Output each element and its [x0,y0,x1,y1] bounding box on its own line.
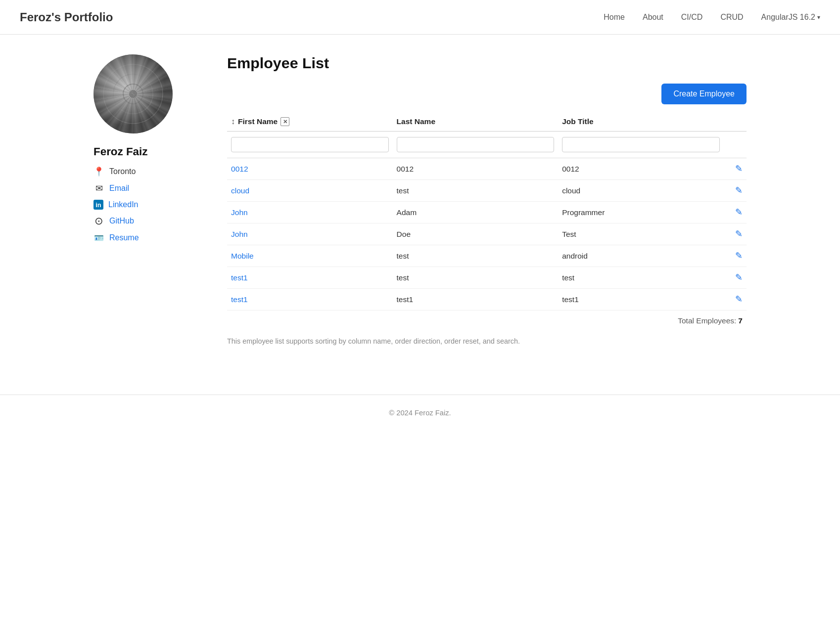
cell-first-name[interactable]: Mobile [227,245,393,267]
page-title: Employee List [227,54,747,72]
cell-job-title: Programmer [558,202,724,223]
table-row: 001200120012✎ [227,158,747,180]
cell-edit: ✎ [724,158,747,180]
chevron-down-icon: ▾ [817,14,820,21]
nav-home[interactable]: Home [604,13,625,21]
table-row: test1test1test1✎ [227,289,747,310]
edit-icon[interactable]: ✎ [735,272,743,282]
main-container: Feroz Faiz 📍 Toronto ✉ Email in LinkedIn… [74,35,766,365]
sidebar-resume: 🪪 Resume [93,232,207,243]
cell-edit: ✎ [724,245,747,267]
sidebar: Feroz Faiz 📍 Toronto ✉ Email in LinkedIn… [93,54,207,345]
sort-icon[interactable]: ↕ [231,117,235,126]
col-actions [724,112,747,132]
resume-icon: 🪪 [93,232,104,243]
edit-icon[interactable]: ✎ [735,207,743,217]
col-job-title-label: Job Title [562,117,594,126]
edit-icon[interactable]: ✎ [735,164,743,174]
cell-last-name: test1 [393,289,559,310]
page-footer: © 2024 Feroz Faiz. [0,395,840,431]
clear-filter-icon[interactable]: ✕ [280,117,289,126]
cell-edit: ✎ [724,267,747,289]
nav-angularjs-dropdown[interactable]: AngularJS 16.2 ▾ [761,13,820,22]
sidebar-name: Feroz Faiz [93,145,147,158]
sidebar-email: ✉ Email [93,183,207,194]
footer-text: © 2024 Feroz Faiz. [389,409,451,417]
avatar-image [93,54,173,133]
table-toolbar: Create Employee [227,84,747,104]
sidebar-linkedin: in LinkedIn [93,200,207,210]
col-last-name-label: Last Name [397,117,435,126]
cell-job-title: Test [558,223,724,245]
cell-last-name: test [393,245,559,267]
cell-first-name[interactable]: 0012 [227,158,393,180]
edit-icon[interactable]: ✎ [735,294,743,304]
total-label: Total Employees: [678,316,736,325]
cell-last-name: test [393,267,559,289]
table-header-row: ↕ First Name ✕ Last Name Job Title [227,112,747,132]
table-row: JohnAdamProgrammer✎ [227,202,747,223]
col-job-title: Job Title [558,112,724,132]
employee-tbody: 001200120012✎cloudtestcloud✎JohnAdamProg… [227,158,747,310]
nav-angularjs-label: AngularJS 16.2 [761,13,815,22]
filter-first-name-input[interactable] [231,137,389,152]
table-row: JohnDoeTest✎ [227,223,747,245]
total-count: 7 [738,316,743,325]
edit-icon[interactable]: ✎ [735,229,743,239]
resume-link[interactable]: Resume [109,233,139,242]
navbar: Feroz's Portfolio Home About CI/CD CRUD … [0,0,840,35]
col-first-name: ↕ First Name ✕ [227,112,393,132]
edit-icon[interactable]: ✎ [735,185,743,195]
cell-last-name: 0012 [393,158,559,180]
table-note: This employee list supports sorting by c… [227,337,747,345]
filter-row [227,132,747,158]
linkedin-icon: in [93,200,103,210]
cell-job-title: android [558,245,724,267]
create-employee-button[interactable]: Create Employee [661,84,747,104]
filter-last-name-cell [393,132,559,158]
cell-last-name: Doe [393,223,559,245]
sidebar-location: 📍 Toronto [93,166,207,177]
table-footer: Total Employees: 7 [227,310,747,327]
cell-first-name[interactable]: test1 [227,289,393,310]
nav-links: Home About CI/CD CRUD AngularJS 16.2 ▾ [604,13,820,22]
cell-edit: ✎ [724,180,747,202]
email-link[interactable]: Email [109,184,129,193]
cell-edit: ✎ [724,289,747,310]
cell-first-name[interactable]: John [227,202,393,223]
table-row: cloudtestcloud✎ [227,180,747,202]
filter-job-title-input[interactable] [562,137,720,152]
sidebar-github: ⊙ GitHub [93,216,207,226]
sidebar-info: 📍 Toronto ✉ Email in LinkedIn ⊙ GitHub 🪪… [93,166,207,243]
col-last-name: Last Name [393,112,559,132]
cell-last-name: Adam [393,202,559,223]
table-row: Mobiletestandroid✎ [227,245,747,267]
nav-crud[interactable]: CRUD [720,13,743,21]
email-icon: ✉ [93,183,104,194]
cell-first-name[interactable]: John [227,223,393,245]
nav-cicd[interactable]: CI/CD [681,13,703,21]
cell-job-title: test [558,267,724,289]
linkedin-link[interactable]: LinkedIn [108,200,139,209]
table-row: test1testtest✎ [227,267,747,289]
cell-first-name[interactable]: cloud [227,180,393,202]
cell-edit: ✎ [724,202,747,223]
nav-about[interactable]: About [643,13,663,21]
cell-edit: ✎ [724,223,747,245]
location-text: Toronto [109,167,136,176]
filter-last-name-input[interactable] [397,137,555,152]
filter-first-name-cell [227,132,393,158]
main-content: Employee List Create Employee ↕ First Na… [227,54,747,345]
cell-job-title: cloud [558,180,724,202]
filter-job-title-cell [558,132,724,158]
brand: Feroz's Portfolio [20,10,113,24]
location-icon: 📍 [93,166,104,177]
cell-last-name: test [393,180,559,202]
cell-first-name[interactable]: test1 [227,267,393,289]
cell-job-title: 0012 [558,158,724,180]
filter-actions-cell [724,132,747,158]
cell-job-title: test1 [558,289,724,310]
github-link[interactable]: GitHub [109,217,134,225]
avatar [93,54,173,133]
edit-icon[interactable]: ✎ [735,251,743,261]
